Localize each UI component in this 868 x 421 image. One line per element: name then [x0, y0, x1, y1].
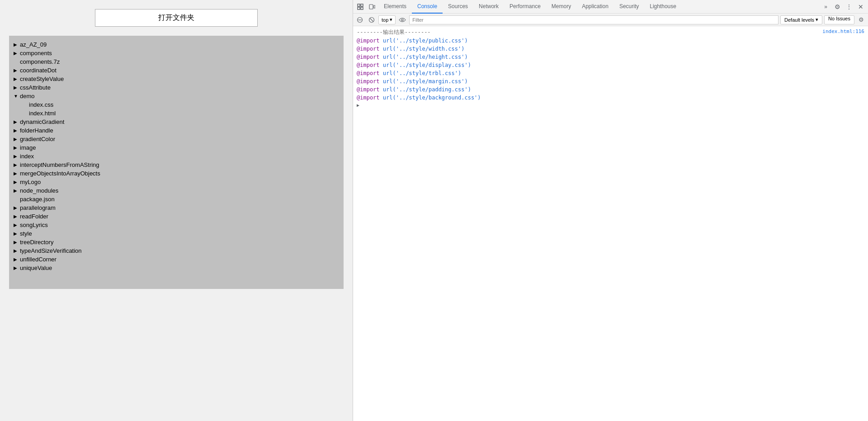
no-issues-button[interactable]: No Issues — [824, 15, 854, 24]
expand-arrow-icon[interactable]: ▶ — [357, 103, 359, 108]
import-line-content: @import url('../style/display.css') — [357, 62, 864, 68]
import-line-content: @import url('../style/trbl.css') — [357, 70, 864, 76]
console-output[interactable]: --------输出结果-------- index.html:116 @imp… — [353, 26, 868, 421]
tree-item[interactable]: ▶unfilledCorner — [14, 255, 339, 264]
tree-arrow-icon: ▶ — [14, 188, 20, 193]
no-issues-label: No Issues — [828, 16, 850, 21]
console-source-ref[interactable]: index.html:116 — [822, 28, 864, 34]
tab-network[interactable]: Network — [473, 0, 504, 14]
tree-arrow-icon: ▶ — [14, 265, 20, 270]
default-levels-button[interactable]: Default levels ▾ — [780, 15, 822, 24]
tree-item[interactable]: index.css — [14, 100, 339, 109]
tree-item[interactable]: ▶components — [14, 49, 339, 57]
tree-item-label: index — [20, 153, 34, 160]
tab-lighthouse[interactable]: Lighthouse — [644, 0, 682, 14]
clear-console-icon[interactable] — [355, 15, 365, 25]
tree-arrow-icon: ▶ — [14, 205, 20, 210]
tree-item[interactable]: ▶createStyleValue — [14, 75, 339, 83]
tree-item[interactable]: ▶interceptNumbersFromAString — [14, 161, 339, 169]
console-import-line-3: @import url('../style/display.css') — [353, 61, 868, 70]
tab-security[interactable]: Security — [614, 0, 644, 14]
tree-item[interactable]: ▶mergeObjectsIntoArrayObjects — [14, 169, 339, 178]
more-options-icon[interactable]: ⋮ — [844, 1, 854, 12]
tree-arrow-icon: ▶ — [14, 128, 20, 133]
tree-arrow-icon: ▶ — [14, 42, 20, 47]
tree-item[interactable]: ▶index — [14, 152, 339, 161]
open-folder-button[interactable]: 打开文件夹 — [95, 9, 258, 27]
tree-item[interactable]: package.json — [14, 195, 339, 203]
tree-item-label: dynamicGradient — [20, 118, 64, 125]
tree-arrow-icon: ▶ — [14, 162, 20, 167]
svg-rect-5 — [374, 5, 375, 8]
tree-item[interactable]: index.html — [14, 109, 339, 118]
tree-item-label: components — [20, 50, 52, 57]
more-tabs-button[interactable]: » — [821, 0, 831, 14]
tree-item[interactable]: ▶songLyrics — [14, 221, 339, 229]
svg-line-9 — [370, 18, 373, 21]
svg-rect-0 — [358, 4, 360, 6]
context-selector[interactable]: top ▾ — [378, 15, 396, 24]
import-line-content: @import url('../style/height.css') — [357, 54, 864, 60]
tree-item-label: treeDirectory — [20, 239, 53, 246]
tab-performance[interactable]: Performance — [504, 0, 546, 14]
tree-item-label: demo — [20, 93, 35, 99]
page-area: 打开文件夹 ▶az_AZ_09▶componentscomponents.7z▶… — [0, 0, 353, 421]
tree-arrow-icon: ▼ — [14, 94, 20, 99]
tree-item[interactable]: ▶typeAndSizeVerification — [14, 246, 339, 255]
tab-memory[interactable]: Memory — [546, 0, 576, 14]
tab-elements[interactable]: Elements — [378, 0, 412, 14]
tree-item-label: az_AZ_09 — [20, 41, 47, 48]
inspect-element-icon[interactable] — [355, 1, 366, 12]
tree-item[interactable]: ▶myLogo — [14, 178, 339, 186]
tree-item[interactable]: ▶image — [14, 143, 339, 152]
svg-rect-3 — [361, 7, 363, 9]
console-expand-row[interactable]: ▶ — [353, 102, 868, 110]
tree-item-label: components.7z — [20, 58, 60, 65]
tree-arrow-icon: ▶ — [14, 85, 20, 90]
tree-arrow-icon: ▶ — [14, 51, 20, 56]
devtools-right-icons: ⚙ ⋮ ✕ — [832, 1, 866, 12]
device-toolbar-icon[interactable] — [367, 1, 377, 12]
tree-arrow-icon: ▶ — [14, 119, 20, 124]
settings-icon[interactable]: ⚙ — [832, 1, 843, 12]
tab-sources[interactable]: Sources — [443, 0, 473, 14]
tree-item[interactable]: components.7z — [14, 57, 339, 66]
tree-item[interactable]: ▶readFolder — [14, 212, 339, 221]
tree-item[interactable]: ▶az_AZ_09 — [14, 40, 339, 49]
tree-item[interactable]: ▼demo — [14, 92, 339, 100]
tree-item-label: folderHandle — [20, 127, 53, 134]
separator-text: --------输出结果-------- — [357, 28, 819, 36]
tree-item[interactable]: ▶uniqueValue — [14, 264, 339, 272]
app-layout: 打开文件夹 ▶az_AZ_09▶componentscomponents.7z▶… — [0, 0, 868, 421]
filter-input[interactable] — [409, 15, 778, 24]
file-tree-container: ▶az_AZ_09▶componentscomponents.7z▶coordi… — [9, 36, 344, 289]
tree-item[interactable]: ▶coordinateDot — [14, 66, 339, 75]
tree-item-label: coordinateDot — [20, 67, 57, 74]
tree-arrow-icon: ▶ — [14, 240, 20, 245]
tree-item[interactable]: ▶dynamicGradient — [14, 118, 339, 126]
devtools-tabs: ElementsConsoleSourcesNetworkPerformance… — [378, 0, 820, 14]
block-icon[interactable] — [367, 15, 377, 25]
console-settings-icon[interactable]: ⚙ — [856, 15, 866, 25]
tree-arrow-icon: ▶ — [14, 76, 20, 81]
console-separator-line: --------输出结果-------- index.html:116 — [353, 28, 868, 37]
tree-item[interactable]: ▶parallelogram — [14, 203, 339, 212]
tree-arrow-icon: ▶ — [14, 222, 20, 227]
console-import-line-6: @import url('../style/padding.css') — [353, 86, 868, 94]
eye-icon[interactable] — [397, 15, 407, 25]
tab-console[interactable]: Console — [412, 0, 443, 14]
tree-item[interactable]: ▶treeDirectory — [14, 238, 339, 246]
tree-arrow-icon: ▶ — [14, 171, 20, 176]
tree-item[interactable]: ▶cssAttribute — [14, 83, 339, 92]
tree-arrow-icon: ▶ — [14, 180, 20, 184]
close-devtools-icon[interactable]: ✕ — [855, 1, 866, 12]
default-levels-label: Default levels — [784, 17, 814, 23]
tree-item[interactable]: ▶node_modules — [14, 186, 339, 195]
tree-item[interactable]: ▶gradientColor — [14, 135, 339, 143]
tree-item-label: cssAttribute — [20, 84, 51, 91]
tree-item[interactable]: ▶style — [14, 229, 339, 238]
tree-item[interactable]: ▶folderHandle — [14, 126, 339, 135]
tree-arrow-icon: ▶ — [14, 257, 20, 262]
tab-application[interactable]: Application — [576, 0, 614, 14]
tree-arrow-icon: ▶ — [14, 214, 20, 219]
